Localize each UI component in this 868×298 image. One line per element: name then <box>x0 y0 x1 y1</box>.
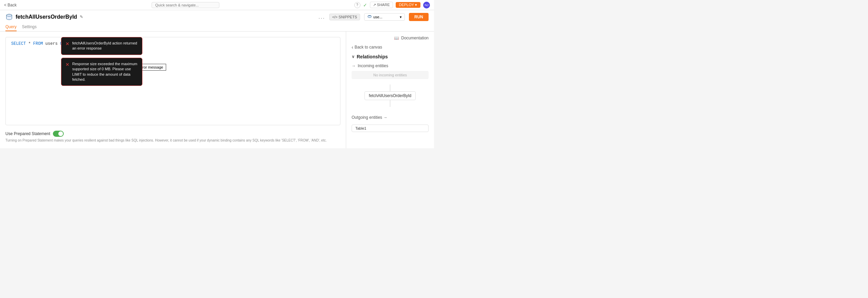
share-button[interactable]: ↗ SHARE <box>370 2 393 8</box>
snippets-button[interactable]: </> SNIPPETS <box>329 14 360 20</box>
quick-search-input[interactable] <box>152 2 219 8</box>
entity-box: fetchAllUsersOrderById <box>364 91 416 100</box>
datasource-select[interactable]: use... ▾ <box>364 13 405 21</box>
no-incoming-label: No incoming entities <box>352 71 429 79</box>
tab-settings[interactable]: Settings <box>22 23 37 31</box>
sql-table: users <box>45 41 60 46</box>
left-panel: ✕ fetchAllUsersOrderById action returned… <box>0 32 346 148</box>
entity-node: fetchAllUsersOrderById <box>352 85 429 107</box>
help-icon[interactable]: ? <box>354 2 360 8</box>
error-box-1: ✕ fetchAllUsersOrderById action returned… <box>61 37 142 55</box>
tab-query[interactable]: Query <box>5 23 17 31</box>
incoming-arrow-icon: → <box>352 63 356 68</box>
toggle-circle <box>58 131 63 136</box>
incoming-entities-section: → Incoming entities <box>352 63 429 68</box>
error-container: ✕ fetchAllUsersOrderById action returned… <box>61 37 142 86</box>
avatar: NJ <box>423 2 430 8</box>
documentation-link[interactable]: 📖 Documentation <box>394 36 429 40</box>
prepared-statement-description: Turning on Prepared Statement makes your… <box>5 138 340 143</box>
sql-from: FROM <box>33 41 43 46</box>
outgoing-entity-box[interactable]: Table1 <box>352 125 429 132</box>
entity-line-top <box>390 85 390 91</box>
action-name-title: fetchAllUsersOrderById <box>16 14 77 20</box>
deploy-button[interactable]: DEPLOY ▾ <box>396 2 421 8</box>
db-icon <box>5 13 13 21</box>
error-text-1: fetchAllUsersOrderById action returned a… <box>72 41 138 51</box>
error-icon-2: ✕ <box>65 62 70 67</box>
relationships-header: ∨ Relationships <box>352 54 429 59</box>
back-chevron-icon: ‹ <box>352 44 353 50</box>
sql-editor[interactable]: SELECT * FROM users ORDER BY id; <box>5 37 340 125</box>
prepared-statement-toggle[interactable] <box>53 131 64 137</box>
entity-line-bottom <box>390 100 390 107</box>
svg-point-1 <box>6 14 12 16</box>
outgoing-entities-label: Outgoing entities → <box>352 115 387 120</box>
relationships-chevron-icon[interactable]: ∨ <box>352 54 355 59</box>
error-box-2: ✕ Response size exceeded the maximum sup… <box>61 58 142 86</box>
check-icon: ✓ <box>363 2 367 8</box>
back-button[interactable]: < Back <box>4 3 17 7</box>
chevron-down-icon: ▾ <box>400 15 402 19</box>
tab-bar: Query Settings <box>5 23 429 31</box>
incoming-entities-label: Incoming entities <box>358 63 388 68</box>
error-icon-1: ✕ <box>65 41 70 46</box>
outgoing-entities-section: Outgoing entities → <box>352 115 429 120</box>
edit-icon[interactable]: ✎ <box>80 15 83 19</box>
run-button[interactable]: RUN <box>409 13 429 21</box>
prepared-statement-section: Use Prepared Statement Turning on Prepar… <box>5 131 340 143</box>
book-icon: 📖 <box>394 36 399 40</box>
sql-select: SELECT <box>11 41 26 46</box>
relationships-label: Relationships <box>357 54 388 59</box>
back-to-canvas-label: Back to canvas <box>355 45 382 50</box>
sql-star: * <box>28 41 33 46</box>
datasource-label: use... <box>373 15 382 19</box>
back-to-canvas-button[interactable]: ‹ Back to canvas <box>352 44 429 50</box>
documentation-label: Documentation <box>401 36 429 40</box>
prepared-statement-label: Use Prepared Statement <box>5 131 50 136</box>
error-text-2: Response size exceeded the maximum suppo… <box>72 61 138 82</box>
more-options-button[interactable]: ... <box>318 14 325 20</box>
right-panel: 📖 Documentation ‹ Back to canvas ∨ Relat… <box>346 32 434 148</box>
